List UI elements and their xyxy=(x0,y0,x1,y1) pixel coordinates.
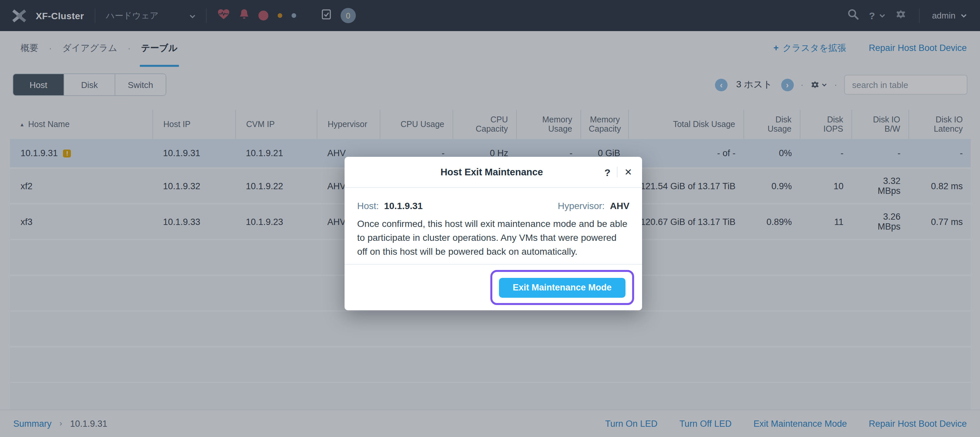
exit-maintenance-mode-button[interactable]: Exit Maintenance Mode xyxy=(499,277,625,298)
dialog-close-icon[interactable]: ✕ xyxy=(625,167,632,177)
divider xyxy=(617,167,618,177)
hypervisor-value: AHV xyxy=(610,201,630,211)
dialog-footer: Exit Maintenance Mode xyxy=(345,264,642,310)
host-value: 10.1.9.31 xyxy=(384,201,423,211)
dialog-description: Once confirmed, this host will exit main… xyxy=(357,217,629,259)
dialog-host-info: Host: 10.1.9.31 Hypervisor: AHV xyxy=(345,201,642,211)
app-root: XF-Cluster ハードウェア xyxy=(0,0,980,437)
dialog-header: Host Exit Maintenance ? ✕ xyxy=(345,157,642,188)
dialog-title: Host Exit Maintenance xyxy=(345,167,604,177)
hypervisor-label: Hypervisor: xyxy=(558,201,605,211)
agent-highlight-ring: Exit Maintenance Mode xyxy=(490,270,634,305)
dialog-help-icon[interactable]: ? xyxy=(604,166,610,177)
host-exit-maintenance-dialog: Host Exit Maintenance ? ✕ Host: 10.1.9.3… xyxy=(345,157,642,310)
host-label: Host: xyxy=(357,201,379,211)
